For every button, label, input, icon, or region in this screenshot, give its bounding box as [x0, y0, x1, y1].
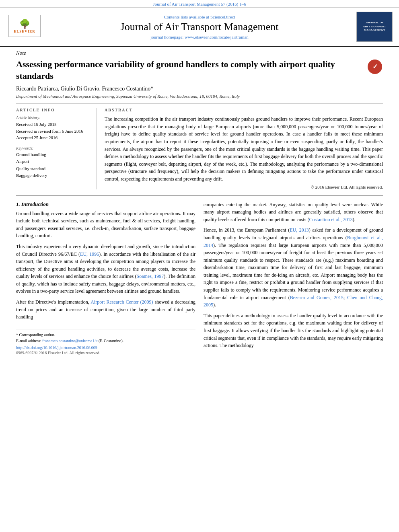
note-label: Note [16, 50, 383, 56]
journal-title: Journal of Air Transport Management [43, 21, 356, 33]
contents-available-line: Contents lists available at ScienceDirec… [43, 14, 356, 19]
right-para-1: companies entering the market. Anyway, s… [204, 201, 383, 224]
ref-eu-2013[interactable]: EU, 2013 [290, 227, 309, 233]
journal-header-center: Contents lists available at ScienceDirec… [43, 14, 356, 39]
article-info-heading: Article Info [16, 108, 90, 112]
section-divider [16, 195, 383, 195]
abstract-text: The increasing competition in the air tr… [105, 115, 383, 183]
intro-para-3: After the Directive's implementation, Ai… [16, 298, 195, 321]
intro-para-2: This industry experienced a very dynamic… [16, 243, 195, 295]
body-section: 1. Introduction Ground handling covers a… [16, 201, 383, 355]
crossmark-icon: ✓ [368, 60, 382, 74]
journal-logo-right: JOURNAL OFAIR TRANSPORTMANAGEMENT [356, 12, 393, 42]
accepted-date: Accepted 25 June 2016 [16, 134, 90, 141]
body-right-column: companies entering the market. Anyway, s… [204, 201, 383, 355]
ref-arc[interactable]: Airport Research Center (2009) [90, 299, 153, 305]
ref-costantino-2013[interactable]: Costantino et al., 2013 [309, 217, 352, 222]
right-para-2: Hence, in 2013, the European Parliament … [204, 226, 383, 309]
keyword-1: Ground handling [16, 151, 90, 158]
ref-bezerra[interactable]: Bezerra and Gomes, 2015 [290, 295, 343, 300]
keywords-block: Keywords: Ground handling Airport Qualit… [16, 146, 90, 179]
history-label: Article history: [16, 115, 90, 120]
issn-line: 0969-6997/© 2016 Elsevier Ltd. All right… [16, 351, 195, 355]
abstract-column: Abstract The increasing competition in t… [105, 108, 383, 189]
email-note: E-mail address: francesco.costantino@uni… [16, 338, 195, 344]
intro-para-1: Ground handling covers a wide range of s… [16, 210, 195, 240]
authors: Riccardo Patriarca, Giulio Di Gravio, Fr… [16, 86, 383, 92]
affiliation: Department of Mechanical and Aerospace E… [16, 94, 383, 99]
ref-burghouwt[interactable]: Burghouwt et al., 2014 [204, 235, 383, 248]
keyword-3: Quality standard [16, 165, 90, 173]
crossmark-badge: ✓ [367, 59, 383, 75]
body-left-column: 1. Introduction Ground handling covers a… [16, 201, 195, 355]
revised-date: Received in revised form 6 June 2016 [16, 128, 90, 135]
email-link[interactable]: francesco.costantino@uniroma1.it [42, 339, 98, 343]
article-title-block: Assessing performance variability of gro… [16, 59, 383, 82]
copyright-line: © 2016 Elsevier Ltd. All rights reserved… [105, 185, 383, 189]
corresponding-author-note: * Corresponding author. [16, 332, 195, 338]
elsevier-logo-box: 🌳 ELSEVIER [8, 15, 41, 37]
intro-section-title: 1. Introduction [16, 201, 195, 207]
right-para-3: This paper defines a methodology to asse… [204, 312, 383, 349]
ref-eu-1996[interactable]: EU, 1996 [80, 251, 99, 257]
abstract-heading: Abstract [105, 108, 383, 112]
elsevier-tree-icon: 🌳 [19, 19, 30, 29]
article-info-column: Article Info Article history: Received 1… [16, 108, 97, 189]
keyword-4: Baggage delivery [16, 172, 90, 179]
article-history-block: Article history: Received 15 July 2015 R… [16, 115, 90, 141]
ref-soames[interactable]: Soames, 1997 [136, 273, 164, 279]
journal-logo-text: JOURNAL OFAIR TRANSPORTMANAGEMENT [363, 21, 386, 33]
homepage-line: journal homepage: www.elsevier.com/locat… [43, 35, 356, 39]
keywords-label: Keywords: [16, 146, 90, 150]
received-date: Received 15 July 2015 [16, 121, 90, 128]
sciencedirect-link[interactable]: ScienceDirect [210, 14, 235, 19]
doi-link[interactable]: http://dx.doi.org/10.1016/j.jairtraman.2… [16, 345, 195, 350]
keyword-2: Airport [16, 158, 90, 165]
info-abstract-section: Article Info Article history: Received 1… [16, 108, 383, 189]
journal-citation: Journal of Air Transport Management 57 (… [0, 0, 399, 8]
main-content: Note Assessing performance variability o… [0, 47, 399, 363]
journal-header: 🌳 ELSEVIER Contents lists available at S… [0, 8, 399, 47]
homepage-link[interactable]: www.elsevier.com/locate/jairtraman [185, 35, 249, 39]
elsevier-logo: 🌳 ELSEVIER [6, 15, 43, 39]
article-title-text: Assessing performance variability of gro… [16, 59, 363, 82]
header-divider [16, 103, 383, 104]
footnote-area: * Corresponding author. E-mail address: … [16, 329, 195, 355]
